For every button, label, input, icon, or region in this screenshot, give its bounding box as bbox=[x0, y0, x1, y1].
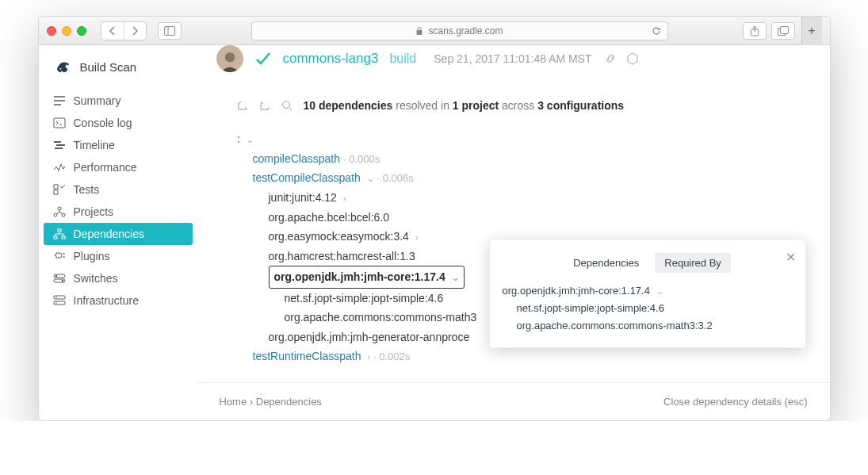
breadcrumb: Home › Dependencies bbox=[220, 396, 322, 408]
svg-line-34 bbox=[289, 108, 292, 110]
expand-all-icon[interactable] bbox=[237, 100, 250, 111]
config-node[interactable]: testCompileClasspath ⌄ · 0.006s bbox=[237, 168, 808, 188]
content: 10 dependencies resolved in 1 project ac… bbox=[197, 85, 830, 382]
new-tab-button[interactable]: + bbox=[801, 17, 822, 45]
sidebar-item-label: Projects bbox=[74, 205, 114, 218]
tab-required-by[interactable]: Required By bbox=[655, 253, 731, 273]
svg-rect-2 bbox=[417, 30, 423, 35]
sidebar-item-label: Performance bbox=[74, 161, 137, 174]
chevron-down-icon[interactable]: ⌄ bbox=[247, 135, 254, 144]
sidebar: Build Scan Summary Console log Timeline … bbox=[39, 45, 197, 420]
window-close-icon[interactable] bbox=[47, 26, 56, 36]
search-icon[interactable] bbox=[281, 100, 294, 111]
svg-point-31 bbox=[55, 302, 57, 304]
sidebar-item-label: Tests bbox=[74, 183, 100, 196]
timeline-icon bbox=[53, 139, 66, 151]
sidebar-item-label: Console log bbox=[74, 117, 132, 129]
scan-header: commons-lang3 build Sep 21, 2017 11:01:4… bbox=[197, 45, 830, 85]
gradle-icon bbox=[55, 59, 72, 74]
sidebar-item-timeline[interactable]: Timeline bbox=[39, 134, 197, 156]
sidebar-item-summary[interactable]: Summary bbox=[39, 90, 197, 112]
svg-rect-14 bbox=[54, 185, 58, 189]
chevron-right-icon[interactable]: › bbox=[367, 352, 370, 362]
chevron-down-icon[interactable]: ⌄ bbox=[367, 174, 374, 183]
sidebar-toggle-button[interactable] bbox=[158, 22, 182, 40]
chevron-down-icon[interactable]: ⌄ bbox=[452, 273, 459, 282]
avatar[interactable] bbox=[216, 45, 243, 72]
address-text: scans.gradle.com bbox=[428, 25, 503, 36]
sidebar-item-plugins[interactable]: Plugins bbox=[39, 245, 197, 267]
sidebar-item-infrastructure[interactable]: Infrastructure bbox=[39, 289, 197, 312]
dependency-node[interactable]: org.apache.bcel:bcel:6.0 bbox=[237, 208, 808, 228]
svg-rect-0 bbox=[164, 26, 174, 35]
popover-root[interactable]: org.openjdk.jmh:jmh-core:1.17.4 ⌄ bbox=[503, 282, 793, 300]
task-name[interactable]: build bbox=[389, 52, 416, 66]
breadcrumb-home[interactable]: Home bbox=[220, 396, 247, 408]
summary-icon bbox=[53, 94, 66, 107]
sidebar-item-dependencies[interactable]: Dependencies bbox=[44, 223, 193, 245]
window-minimize-icon[interactable] bbox=[62, 26, 71, 36]
svg-point-32 bbox=[224, 52, 235, 63]
svg-point-33 bbox=[282, 102, 289, 109]
close-icon[interactable]: ✕ bbox=[786, 250, 796, 265]
popover-child[interactable]: net.sf.jopt-simple:jopt-simple:4.6 bbox=[503, 300, 793, 317]
svg-rect-28 bbox=[54, 296, 65, 299]
dependency-details-popover: ✕ Dependencies Required By org.openjdk.j… bbox=[489, 239, 806, 348]
console-icon bbox=[53, 117, 66, 129]
window-zoom-icon[interactable] bbox=[77, 26, 86, 36]
sidebar-item-switches[interactable]: Switches bbox=[39, 267, 197, 289]
svg-point-27 bbox=[61, 280, 63, 282]
share-button[interactable] bbox=[743, 22, 767, 40]
popover-child[interactable]: org.apache.commons:commons-math3:3.2 bbox=[503, 317, 793, 335]
dependency-node[interactable]: junit:junit:4.12 › bbox=[237, 188, 808, 208]
breadcrumb-current: Dependencies bbox=[256, 396, 322, 408]
svg-point-30 bbox=[55, 297, 57, 298]
sidebar-item-label: Timeline bbox=[74, 139, 115, 151]
hexagon-icon[interactable] bbox=[625, 52, 640, 66]
project-root[interactable]: : bbox=[237, 132, 241, 145]
svg-rect-10 bbox=[54, 118, 65, 128]
sidebar-item-tests[interactable]: Tests bbox=[39, 178, 197, 201]
success-icon bbox=[254, 50, 272, 67]
chevron-right-icon[interactable]: › bbox=[415, 232, 419, 242]
sidebar-item-label: Switches bbox=[74, 272, 118, 285]
close-details-link[interactable]: Close dependency details (esc) bbox=[663, 396, 807, 408]
link-icon[interactable] bbox=[603, 52, 618, 66]
dependencies-icon bbox=[53, 228, 66, 240]
chevron-down-icon[interactable]: ⌄ bbox=[656, 286, 663, 296]
svg-rect-21 bbox=[62, 236, 65, 239]
svg-rect-19 bbox=[58, 229, 61, 232]
forward-button[interactable] bbox=[124, 22, 146, 40]
summary-text: 10 dependencies resolved in 1 project ac… bbox=[304, 99, 625, 112]
back-button[interactable] bbox=[101, 22, 124, 40]
tab-dependencies[interactable]: Dependencies bbox=[564, 253, 648, 273]
svg-rect-29 bbox=[54, 301, 65, 305]
chevron-right-icon[interactable]: › bbox=[343, 193, 346, 203]
svg-rect-15 bbox=[54, 190, 58, 194]
project-name[interactable]: commons-lang3 bbox=[283, 51, 379, 67]
plugins-icon bbox=[53, 250, 66, 262]
switches-icon bbox=[53, 272, 66, 285]
projects-icon bbox=[53, 205, 66, 218]
config-node[interactable]: compileClasspath · 0.000s bbox=[237, 149, 808, 169]
address-bar[interactable]: scans.gradle.com bbox=[251, 21, 668, 40]
collapse-all-icon[interactable] bbox=[259, 100, 272, 111]
footer: Home › Dependencies Close dependency det… bbox=[197, 382, 830, 420]
brand: Build Scan bbox=[39, 59, 197, 90]
performance-icon bbox=[53, 161, 66, 174]
sidebar-item-console[interactable]: Console log bbox=[39, 112, 197, 134]
reload-icon[interactable] bbox=[652, 26, 661, 36]
sidebar-item-label: Infrastructure bbox=[74, 294, 139, 307]
sidebar-item-performance[interactable]: Performance bbox=[39, 156, 197, 178]
svg-point-16 bbox=[58, 207, 61, 210]
config-node[interactable]: testRuntimeClasspath › · 0.002s bbox=[237, 347, 808, 366]
lock-icon bbox=[415, 26, 423, 36]
sidebar-item-projects[interactable]: Projects bbox=[39, 201, 197, 223]
sidebar-item-label: Summary bbox=[74, 94, 121, 107]
tabs-button[interactable] bbox=[771, 22, 795, 40]
scan-timestamp: Sep 21, 2017 11:01:48 AM MST bbox=[434, 52, 591, 65]
infrastructure-icon bbox=[53, 294, 66, 307]
toolbar: 10 dependencies resolved in 1 project ac… bbox=[237, 99, 808, 112]
brand-label: Build Scan bbox=[80, 60, 137, 74]
browser-titlebar: scans.gradle.com + bbox=[39, 17, 830, 45]
